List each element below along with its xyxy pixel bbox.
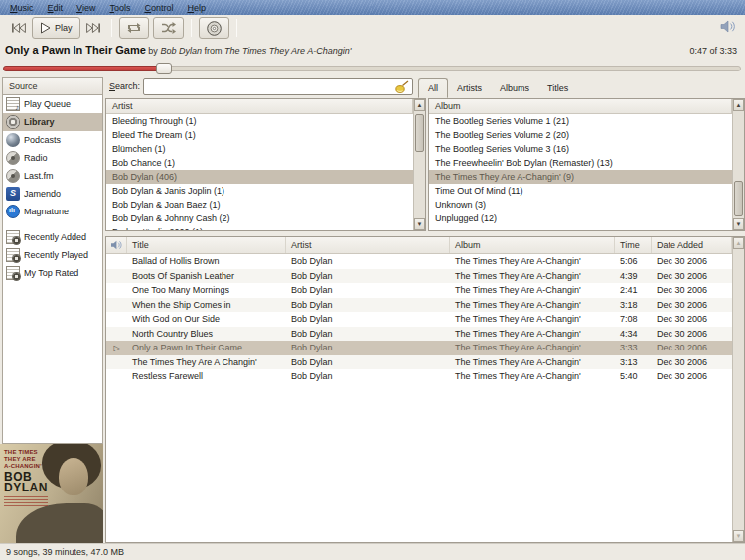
menu-item[interactable]: Edit bbox=[41, 2, 71, 14]
menu-item[interactable]: View bbox=[70, 2, 102, 14]
album-row[interactable]: The Times They Are A-Changin' (9) bbox=[429, 170, 732, 184]
menu-item[interactable]: Control bbox=[137, 2, 180, 14]
next-button[interactable] bbox=[82, 21, 106, 35]
sidebar-item-label: Library bbox=[24, 117, 55, 127]
track-list: Title Artist Album Time Date Added Balla… bbox=[105, 236, 745, 543]
sidebar-item[interactable]: Last.fm bbox=[3, 167, 102, 185]
artist-row[interactable]: Bleeding Through (1) bbox=[106, 114, 413, 128]
track-row[interactable]: One Too Many Mornings Bob Dylan The Time… bbox=[106, 283, 732, 298]
seek-slider[interactable] bbox=[0, 59, 745, 75]
now-playing-column-header[interactable] bbox=[106, 237, 127, 253]
track-time-status: 0:47 of 3:33 bbox=[689, 46, 737, 56]
track-row[interactable]: Boots Of Spanish Leather Bob Dylan The T… bbox=[106, 269, 732, 284]
time-column-header[interactable]: Time bbox=[615, 237, 652, 253]
clear-search-button[interactable] bbox=[395, 80, 409, 94]
title-column-header[interactable]: Title bbox=[127, 237, 286, 253]
scroll-up-button[interactable]: ▲ bbox=[414, 99, 425, 111]
album-row[interactable]: The Bootleg Series Volume 1 (21) bbox=[429, 114, 732, 128]
filter-tab[interactable]: Titles bbox=[538, 80, 577, 95]
sidebar-item[interactable]: Radio bbox=[3, 149, 102, 167]
sidebar-item[interactable]: Podcasts bbox=[3, 131, 102, 149]
artist-row[interactable]: Bob Dylan (406) bbox=[106, 170, 413, 184]
track-time-cell: 7:08 bbox=[615, 314, 652, 324]
track-date-added-cell: Dec 30 2006 bbox=[652, 285, 732, 295]
album-row[interactable]: Unknown (3) bbox=[429, 198, 732, 211]
scroll-down-button[interactable]: ▼ bbox=[414, 218, 425, 230]
track-artist-cell: Bob Dylan bbox=[286, 271, 450, 281]
scrollbar-trough[interactable] bbox=[414, 111, 425, 218]
track-row[interactable]: North Country Blues Bob Dylan The Times … bbox=[106, 327, 732, 342]
toolbar: Play bbox=[0, 15, 745, 41]
sidebar-item[interactable]: Jamendo bbox=[3, 185, 102, 203]
track-row[interactable]: Ballad of Hollis Brown Bob Dylan The Tim… bbox=[106, 254, 732, 269]
now-playing-title: Only a Pawn In Their Game bbox=[5, 44, 146, 56]
menu-item[interactable]: Music bbox=[3, 2, 41, 14]
track-row[interactable]: Restless Farewell Bob Dylan The Times Th… bbox=[106, 369, 732, 384]
track-row[interactable]: Only a Pawn In Their Game Bob Dylan The … bbox=[106, 341, 732, 355]
previous-button[interactable] bbox=[6, 21, 30, 35]
sidebar-item[interactable]: Magnatune bbox=[3, 203, 102, 220]
album-row[interactable]: Unplugged (12) bbox=[429, 211, 732, 225]
scroll-down-button[interactable]: ▼ bbox=[733, 530, 744, 542]
artist-row[interactable]: Bob Dylan & Joan Baez (1) bbox=[106, 198, 413, 211]
shuffle-button[interactable] bbox=[153, 17, 184, 39]
sidebar-item-label: My Top Rated bbox=[24, 268, 78, 278]
smart-playlist-icon bbox=[6, 266, 20, 280]
album-row[interactable]: The Bootleg Series Volume 2 (20) bbox=[429, 128, 732, 142]
scrollbar-trough[interactable] bbox=[733, 111, 744, 218]
album-column-header[interactable]: Album bbox=[429, 99, 732, 114]
seek-handle[interactable] bbox=[156, 63, 172, 74]
lastfm-icon bbox=[6, 169, 20, 183]
play-button[interactable]: Play bbox=[32, 17, 80, 39]
track-time-cell: 4:39 bbox=[615, 271, 652, 281]
artist-column-header[interactable]: Artist bbox=[106, 99, 413, 114]
toolbar-separator bbox=[191, 19, 192, 37]
repeat-button[interactable] bbox=[119, 17, 149, 39]
track-row[interactable]: With God on Our Side Bob Dylan The Times… bbox=[106, 312, 732, 327]
sidebar-item[interactable]: Recently Played bbox=[3, 246, 102, 264]
sidebar-item[interactable]: Recently Added bbox=[3, 228, 102, 246]
artist-row[interactable]: Bleed The Dream (1) bbox=[106, 128, 413, 142]
track-row[interactable]: When the Ship Comes in Bob Dylan The Tim… bbox=[106, 298, 732, 313]
source-items: Play Queue Library Podcasts Radio bbox=[3, 95, 102, 220]
artist-row[interactable]: Bob Chance (1) bbox=[106, 156, 413, 170]
sidebar-item[interactable]: Library bbox=[3, 113, 102, 131]
sidebar-item[interactable]: My Top Rated bbox=[3, 264, 102, 282]
artist-column-header[interactable]: Artist bbox=[286, 237, 450, 253]
track-title-cell: Ballad of Hollis Brown bbox=[127, 256, 286, 266]
track-list-header: Title Artist Album Time Date Added bbox=[106, 237, 732, 254]
menu-item[interactable]: Tools bbox=[102, 2, 137, 14]
scrollbar-trough[interactable] bbox=[733, 249, 744, 530]
scroll-up-button[interactable]: ▲ bbox=[733, 237, 744, 249]
search-input[interactable] bbox=[143, 78, 413, 95]
track-list-scrollbar[interactable]: ▲ ▼ bbox=[732, 237, 744, 542]
track-album-cell: The Times They Are A-Changin' bbox=[450, 343, 615, 352]
filter-tab[interactable]: All bbox=[418, 78, 448, 98]
filter-tab[interactable]: Artists bbox=[448, 80, 491, 95]
scrollbar-thumb[interactable] bbox=[415, 114, 424, 152]
filter-tab[interactable]: Albums bbox=[491, 80, 538, 95]
artist-row[interactable]: Bob Dylan & Janis Joplin (1) bbox=[106, 184, 413, 198]
artist-scrollbar[interactable]: ▲ ▼ bbox=[413, 99, 425, 230]
artist-row[interactable]: Blümchen (1) bbox=[106, 142, 413, 156]
album-column-header[interactable]: Album bbox=[450, 237, 615, 253]
artist-row[interactable]: Bodenständig 2000 (1) bbox=[106, 225, 413, 230]
volume-button[interactable] bbox=[720, 20, 737, 36]
eject-disc-button[interactable] bbox=[199, 17, 229, 39]
sidebar-item[interactable]: Play Queue bbox=[3, 95, 102, 113]
date-added-column-header[interactable]: Date Added bbox=[652, 237, 732, 253]
album-scrollbar[interactable]: ▲ ▼ bbox=[732, 99, 744, 230]
skip-forward-icon bbox=[86, 23, 102, 33]
track-row[interactable]: The Times They Are A Changin' Bob Dylan … bbox=[106, 355, 732, 370]
scrollbar-thumb[interactable] bbox=[734, 181, 743, 216]
scroll-down-button[interactable]: ▼ bbox=[733, 218, 744, 230]
menu-item[interactable]: Help bbox=[180, 2, 213, 14]
album-row[interactable]: Time Out Of Mind (11) bbox=[429, 184, 732, 198]
album-row[interactable]: The Bootleg Series Volume 3 (16) bbox=[429, 142, 732, 156]
album-row[interactable]: The Freewheelin' Bob Dylan (Remaster) (1… bbox=[429, 156, 732, 170]
source-list: Play Queue Library Podcasts Radio bbox=[2, 95, 103, 444]
radio-icon bbox=[6, 151, 20, 165]
sidebar-item-label: Recently Played bbox=[24, 250, 88, 260]
artist-row[interactable]: Bob Dylan & Johnny Cash (2) bbox=[106, 211, 413, 225]
scroll-up-button[interactable]: ▲ bbox=[733, 99, 744, 111]
